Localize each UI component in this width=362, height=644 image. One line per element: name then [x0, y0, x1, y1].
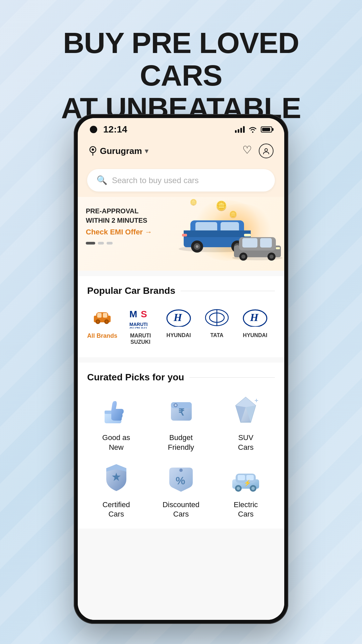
- hyundai-logo-1: H: [165, 306, 192, 329]
- all-brands-logo: [89, 306, 116, 329]
- hyundai-brand-svg: H: [166, 308, 191, 327]
- pick-discounted[interactable]: % DiscountedCars: [152, 459, 210, 519]
- svg-text:H: H: [173, 311, 182, 323]
- phone-mockup: 12:14: [74, 114, 288, 624]
- popular-brands-section: Popular Car Brands: [78, 276, 284, 357]
- svg-text:S: S: [141, 309, 147, 319]
- electric-icon-wrap: ⚡: [227, 459, 264, 496]
- heart-icon[interactable]: ♡: [242, 144, 252, 158]
- signal-icon: [235, 126, 245, 133]
- tata-logo: [203, 306, 230, 329]
- status-bar: 12:14: [78, 118, 284, 138]
- certified-icon-wrap: [98, 459, 135, 496]
- svg-text:SUZUKI: SUZUKI: [129, 326, 147, 328]
- location-selector[interactable]: Gurugram ▾: [88, 146, 148, 156]
- wallet-3d-icon: ₹: [164, 394, 198, 427]
- svg-rect-30: [97, 313, 102, 318]
- wifi-icon: [248, 126, 257, 133]
- search-icon: 🔍: [97, 175, 107, 185]
- svg-point-33: [97, 321, 99, 323]
- hyundai-brand-svg-2: H: [243, 308, 268, 327]
- search-container: 🔍 Search to buy used cars: [78, 164, 284, 197]
- brand-item-all[interactable]: All Brands: [87, 306, 117, 345]
- emi-banner[interactable]: 🪙 🪙 🪙 PRE-APPROVALWITHIN 2 MINUTES Check…: [78, 197, 284, 271]
- search-placeholder: Search to buy used cars: [112, 176, 199, 185]
- shield-star-3d-icon: [100, 461, 133, 494]
- svg-text:%: %: [176, 475, 185, 487]
- good-as-new-label: Good asNew: [102, 433, 130, 452]
- diamond-3d-icon: [229, 394, 262, 427]
- hyundai-logo-2: H: [242, 306, 268, 329]
- brand-item-hyundai-2[interactable]: H HYUNDAI: [240, 306, 270, 345]
- camera-icon: [90, 126, 97, 133]
- svg-text:H: H: [250, 311, 259, 323]
- svg-point-68: [237, 487, 240, 490]
- car-ev-3d-icon: ⚡: [229, 461, 262, 494]
- svg-point-70: [251, 487, 255, 490]
- brand-item-tata[interactable]: TATA: [202, 306, 232, 345]
- pick-suv-cars[interactable]: SUVCars: [217, 392, 275, 452]
- svg-point-53: [175, 404, 177, 406]
- car-icon: [92, 308, 112, 327]
- svg-point-3: [265, 149, 267, 151]
- tata-brand-svg: [204, 308, 230, 327]
- battery-icon: [261, 126, 272, 132]
- suv-cars-icon-wrap: [227, 392, 264, 429]
- budget-friendly-label: BudgetFriendly: [168, 433, 194, 452]
- pick-good-as-new[interactable]: Good asNew: [87, 392, 145, 452]
- search-bar[interactable]: 🔍 Search to buy used cars: [87, 169, 275, 192]
- profile-icon[interactable]: [259, 144, 274, 158]
- time-display: 12:14: [103, 124, 127, 135]
- svg-point-0: [252, 131, 253, 133]
- banner-pagination: [86, 242, 276, 245]
- brand-item-hyundai-1[interactable]: H HYUNDAI: [164, 306, 194, 345]
- location-pin-icon: [88, 146, 97, 156]
- phone-screen: 12:14: [78, 118, 284, 620]
- svg-point-24: [241, 255, 245, 259]
- tata-label: TATA: [210, 332, 223, 338]
- svg-rect-31: [103, 313, 107, 318]
- popular-brands-header: Popular Car Brands: [87, 285, 275, 296]
- popular-brands-title: Popular Car Brands: [87, 285, 175, 296]
- budget-friendly-icon-wrap: ₹: [163, 392, 199, 429]
- location-text: Gurugram: [100, 146, 142, 156]
- hyundai-2-label: HYUNDAI: [243, 332, 267, 338]
- picks-grid: Good asNew: [87, 392, 275, 519]
- svg-text:M: M: [129, 309, 137, 319]
- discounted-label: DiscountedCars: [163, 500, 199, 519]
- banner-text-block: PRE-APPROVALWITHIN 2 MINUTES Check EMI O…: [78, 197, 284, 254]
- curated-picks-title: Curated Picks for you: [87, 372, 184, 383]
- pick-electric[interactable]: ⚡ ElectricCars: [217, 459, 275, 519]
- brand-item-maruti[interactable]: M S MARUTI SUZUKI MARUTISUZUKI: [125, 306, 156, 345]
- all-brands-label: All Brands: [87, 332, 117, 339]
- electric-label: ElectricCars: [234, 500, 258, 519]
- brands-row: All Brands M S MARUTI SUZUKI: [87, 306, 275, 348]
- pick-budget-friendly[interactable]: ₹ BudgetFriendly: [152, 392, 210, 452]
- discounted-icon-wrap: %: [163, 459, 199, 496]
- banner-approval-text: PRE-APPROVALWITHIN 2 MINUTES: [86, 206, 276, 225]
- good-as-new-icon-wrap: [98, 392, 135, 429]
- nav-action-icons: ♡: [242, 144, 274, 158]
- tag-percent-3d-icon: %: [164, 461, 198, 494]
- svg-point-62: [179, 469, 183, 472]
- pick-certified[interactable]: CertifiedCars: [87, 459, 145, 519]
- svg-point-26: [269, 255, 274, 259]
- curated-picks-section: Curated Picks for you: [78, 363, 284, 528]
- maruti-logo: M S MARUTI SUZUKI: [127, 306, 154, 329]
- maruti-label: MARUTISUZUKI: [130, 332, 151, 345]
- certified-label: CertifiedCars: [103, 500, 130, 519]
- suv-cars-label: SUVCars: [238, 433, 253, 452]
- status-icons: [235, 126, 272, 133]
- svg-text:⚡: ⚡: [244, 479, 251, 487]
- svg-marker-55: [236, 397, 256, 407]
- banner-cta-button[interactable]: Check EMI Offer →: [86, 228, 276, 236]
- chevron-down-icon: ▾: [145, 147, 148, 155]
- top-nav: Gurugram ▾ ♡: [78, 138, 284, 164]
- svg-text:₹: ₹: [178, 407, 184, 418]
- hyundai-1-label: HYUNDAI: [167, 332, 191, 338]
- maruti-brand-svg: M S MARUTI SUZUKI: [128, 307, 153, 328]
- svg-point-2: [92, 149, 94, 151]
- phone-content[interactable]: 🪙 🪙 🪙 PRE-APPROVALWITHIN 2 MINUTES Check…: [78, 197, 284, 620]
- curated-picks-header: Curated Picks for you: [87, 372, 275, 383]
- thumbs-up-3d-icon: [100, 394, 133, 427]
